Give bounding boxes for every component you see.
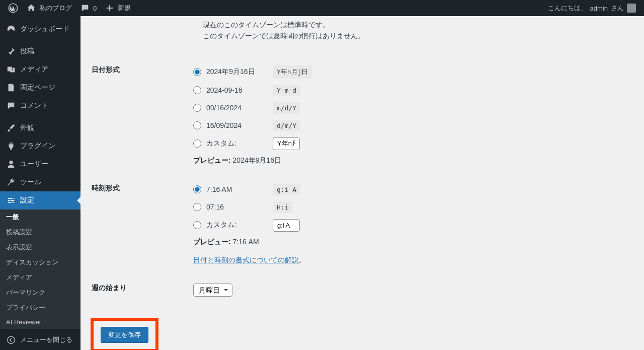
users-icon [6, 159, 16, 169]
tz-line1: 現在のこのタイムゾーンは標準時です。 [203, 19, 634, 30]
site-name-menu[interactable]: 私のブログ [22, 0, 76, 16]
time-format-label: 時刻形式 [92, 176, 192, 275]
tz-line2: このタイムゾーンでは夏時間の慣行はありません。 [203, 30, 634, 41]
time-format-radio-custom[interactable] [193, 221, 201, 229]
time-format-preview: プレビュー: 7:16 AM [193, 238, 628, 247]
sidebar-item-posts[interactable]: 投稿 [0, 42, 80, 60]
week-start-select[interactable]: 月曜日 [193, 284, 232, 297]
date_format-example: 16/09/2024 [206, 121, 267, 129]
date_format-radio[interactable] [193, 68, 201, 76]
wordpress-logo-icon [8, 3, 18, 13]
collapse-label: メニューを閉じる [20, 335, 72, 344]
submit-highlight: 変更を保存 [91, 318, 158, 350]
submenu-privacy[interactable]: プライバシー [0, 300, 80, 315]
sidebar-item-media[interactable]: メディア [0, 60, 80, 79]
sidebar-label: プラグイン [20, 142, 55, 151]
comment-icon [80, 3, 90, 13]
sidebar-label: 固定ページ [20, 83, 55, 92]
time_format-radio[interactable] [193, 185, 201, 193]
time-format-custom-input[interactable] [273, 219, 300, 232]
collapse-icon [6, 335, 16, 345]
sidebar-item-tools[interactable]: ツール [0, 173, 80, 191]
date_format-radio[interactable] [193, 121, 201, 129]
date_format-code: d/m/Y [273, 120, 300, 131]
time-format-preview-value: 7:16 AM [233, 238, 259, 246]
home-icon [26, 3, 36, 13]
comments-count: 0 [93, 5, 97, 12]
time_format-code: g:i A [273, 184, 300, 195]
account-menu[interactable]: こんにちは、 admin さん [544, 0, 640, 16]
time_format-code: H:i [273, 201, 292, 213]
sidebar-label: ユーザー [20, 160, 48, 169]
new-content-label: 新規 [118, 4, 131, 13]
settings-submenu: 一般 投稿設定 表示設定 ディスカッション メディア パーマリンク プライバシー… [0, 209, 80, 329]
sidebar-label: 外観 [20, 123, 34, 132]
date-format-label: 日付形式 [92, 58, 192, 175]
submenu-ai-reviewer[interactable]: AI Reviewer [0, 315, 80, 329]
time_format-option[interactable]: 07:16 [193, 203, 267, 211]
submenu-general[interactable]: 一般 [0, 209, 80, 225]
submenu-permalink[interactable]: パーマリンク [0, 285, 80, 300]
sidebar-label: メディア [20, 65, 48, 74]
sidebar-item-settings[interactable]: 設定 [0, 191, 80, 209]
sidebar-item-appearance[interactable]: 外観 [0, 119, 80, 137]
submenu-writing[interactable]: 投稿設定 [0, 225, 80, 240]
comment-icon [6, 101, 16, 111]
date_format-code: Y年n月j日 [273, 65, 312, 79]
submenu-media[interactable]: メディア [0, 270, 80, 285]
date_format-option[interactable]: 09/16/2024 [193, 104, 267, 112]
time_format-radio[interactable] [193, 203, 201, 211]
svg-point-0 [8, 336, 15, 343]
date-format-custom-label: カスタム: [206, 139, 267, 148]
date_format-option[interactable]: 2024-09-16 [193, 86, 267, 94]
time-format-custom-option[interactable]: カスタム: [193, 221, 267, 230]
submenu-reading[interactable]: 表示設定 [0, 240, 80, 255]
admin-sidebar: ダッシュボード 投稿 メディア 固定ページ コメント 外観 プラグイン ユーザー… [0, 16, 80, 350]
date_format-example: 2024年9月16日 [206, 67, 267, 77]
greeting-suffix: さん [611, 4, 624, 13]
date-format-custom-option[interactable]: カスタム: [193, 139, 267, 148]
date_format-radio[interactable] [193, 86, 201, 94]
date_format-option[interactable]: 2024年9月16日 [193, 67, 267, 77]
date_format-example: 09/16/2024 [206, 104, 267, 112]
date-format-custom-input[interactable] [273, 137, 300, 150]
greeting-prefix: こんにちは、 [548, 4, 587, 13]
timezone-description: 現在のこのタイムゾーンは標準時です。 このタイムゾーンでは夏時間の慣行はありませ… [203, 16, 634, 42]
datetime-format-help-link[interactable]: 日付と時刻の書式についての解説 [193, 256, 299, 264]
date-format-preview: プレビュー: 2024年9月16日 [193, 156, 628, 165]
sidebar-item-users[interactable]: ユーザー [0, 155, 80, 173]
sidebar-item-pages[interactable]: 固定ページ [0, 79, 80, 97]
collapse-menu[interactable]: メニューを閉じる [0, 330, 80, 350]
account-user: admin [590, 5, 608, 12]
dashboard-icon [6, 24, 16, 34]
week-start-label: 週の始まり [92, 276, 192, 307]
sidebar-label: 投稿 [20, 47, 34, 56]
save-changes-button[interactable]: 変更を保存 [101, 327, 148, 343]
main-content: 現在のこのタイムゾーンは標準時です。 このタイムゾーンでは夏時間の慣行はありませ… [80, 16, 644, 350]
comments-menu[interactable]: 0 [76, 0, 101, 16]
sidebar-item-plugins[interactable]: プラグイン [0, 137, 80, 155]
sidebar-item-comments[interactable]: コメント [0, 97, 80, 115]
date_format-code: m/d/Y [273, 102, 300, 114]
sliders-icon [6, 195, 16, 205]
date_format-radio[interactable] [193, 104, 201, 112]
time_format-option[interactable]: 7:16 AM [193, 185, 267, 193]
media-icon [6, 64, 16, 75]
date_format-example: 2024-09-16 [206, 86, 267, 94]
sidebar-item-dashboard[interactable]: ダッシュボード [0, 20, 80, 38]
date-format-preview-value: 2024年9月16日 [233, 156, 282, 164]
date-format-radio-custom[interactable] [193, 139, 201, 148]
help-suffix: 。 [299, 256, 306, 264]
plus-icon [105, 3, 115, 13]
page-icon [6, 83, 16, 93]
new-content-menu[interactable]: 新規 [101, 0, 135, 16]
date_format-option[interactable]: 16/09/2024 [193, 121, 267, 129]
site-name-label: 私のブログ [39, 4, 72, 13]
wp-logo-menu[interactable] [4, 0, 22, 16]
time-format-custom-label: カスタム: [206, 221, 267, 230]
pin-icon [6, 46, 16, 56]
sidebar-label: コメント [20, 101, 48, 110]
sidebar-label: ツール [20, 178, 41, 187]
submenu-discussion[interactable]: ディスカッション [0, 255, 80, 270]
time-format-preview-label: プレビュー: [193, 238, 231, 246]
